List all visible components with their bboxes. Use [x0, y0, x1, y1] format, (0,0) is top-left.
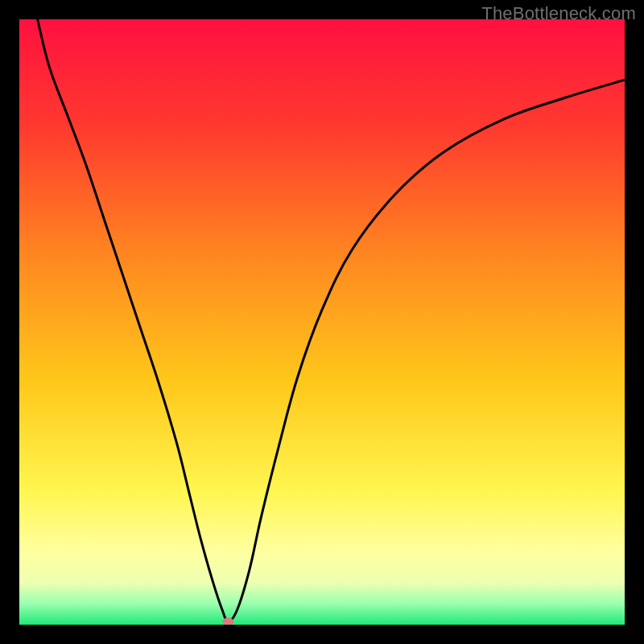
gradient-background	[19, 19, 625, 625]
bottleneck-chart	[19, 19, 625, 625]
attribution-label: TheBottleneck.com	[481, 3, 636, 24]
plot-area	[19, 19, 625, 625]
chart-frame: TheBottleneck.com	[0, 0, 644, 644]
